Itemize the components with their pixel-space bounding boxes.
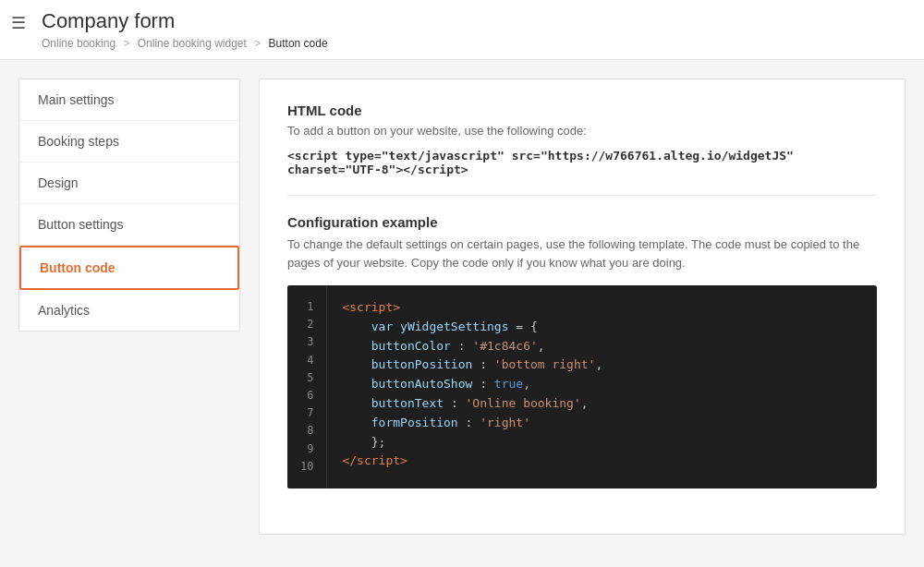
code-block: 1 2 3 4 5 6 7 8 9 10 <script> var yWidge… [287, 285, 877, 489]
sidebar-item-booking-steps[interactable]: Booking steps [19, 121, 239, 163]
page-title: Company form [42, 9, 906, 33]
breadcrumb-item-3: Button code [269, 37, 328, 50]
top-bar: ☰ Company form Online booking > Online b… [0, 0, 924, 60]
html-code-snippet: <script type="text/javascript" src="http… [287, 149, 877, 176]
sidebar: Main settings Booking steps Design Butto… [18, 78, 240, 332]
sidebar-item-button-code[interactable]: Button code [19, 246, 239, 290]
breadcrumb: Online booking > Online booking widget >… [42, 37, 906, 50]
main-layout: Main settings Booking steps Design Butto… [0, 60, 924, 553]
html-code-desc: To add a button on your website, use the… [287, 124, 877, 138]
breadcrumb-sep-1: > [123, 37, 129, 50]
breadcrumb-item-2[interactable]: Online booking widget [138, 37, 247, 50]
sidebar-item-button-settings[interactable]: Button settings [19, 204, 239, 246]
sidebar-item-main-settings[interactable]: Main settings [19, 79, 239, 121]
breadcrumb-sep-2: > [254, 37, 261, 50]
main-content: HTML code To add a button on your websit… [259, 78, 906, 535]
hamburger-icon[interactable]: ☰ [11, 13, 26, 33]
section-divider [287, 195, 877, 196]
config-desc: To change the default settings on certai… [287, 235, 877, 271]
html-code-title: HTML code [287, 103, 877, 118]
code-content: <script> var yWidgetSettings = { buttonC… [327, 285, 877, 489]
breadcrumb-item-1[interactable]: Online booking [42, 37, 116, 50]
line-numbers: 1 2 3 4 5 6 7 8 9 10 [287, 285, 327, 489]
config-title: Configuration example [287, 214, 877, 230]
sidebar-item-design[interactable]: Design [19, 163, 239, 204]
sidebar-item-analytics[interactable]: Analytics [19, 290, 239, 331]
